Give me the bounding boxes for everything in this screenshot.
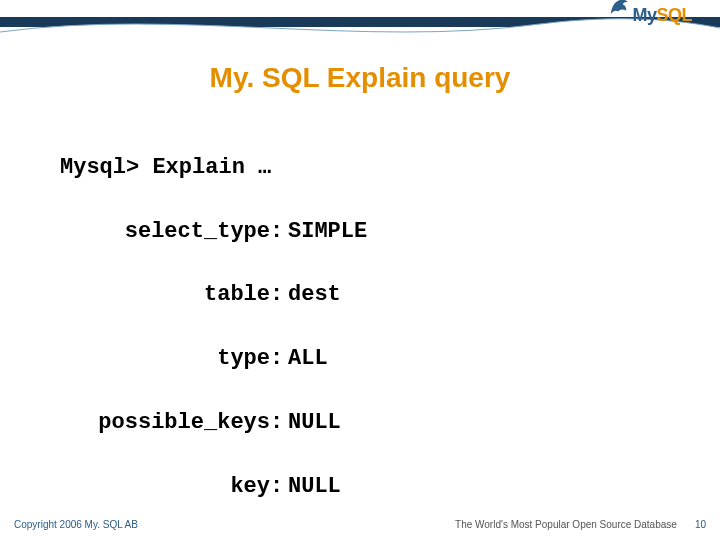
explain-prompt: Mysql> Explain … — [60, 152, 680, 184]
footer: Copyright 2006 My. SQL AB The World's Mo… — [14, 519, 706, 530]
explain-row: type:ALL — [60, 343, 680, 375]
mysql-logo: MySQL — [608, 4, 692, 26]
explain-output: Mysql> Explain … select_type:SIMPLE tabl… — [60, 120, 680, 540]
slide-title: My. SQL Explain query — [0, 62, 720, 94]
logo-text-sql: SQL — [656, 5, 692, 25]
tagline-text: The World's Most Popular Open Source Dat… — [455, 519, 677, 530]
dolphin-icon — [608, 0, 630, 18]
copyright-text: Copyright 2006 My. SQL AB — [14, 519, 138, 530]
logo-text-my: My — [632, 5, 656, 25]
explain-row: possible_keys:NULL — [60, 407, 680, 439]
explain-row: select_type:SIMPLE — [60, 216, 680, 248]
explain-row: table:dest — [60, 279, 680, 311]
explain-row: key:NULL — [60, 471, 680, 503]
page-number: 10 — [695, 519, 706, 530]
explain-row: key_len:NULL — [60, 535, 680, 540]
